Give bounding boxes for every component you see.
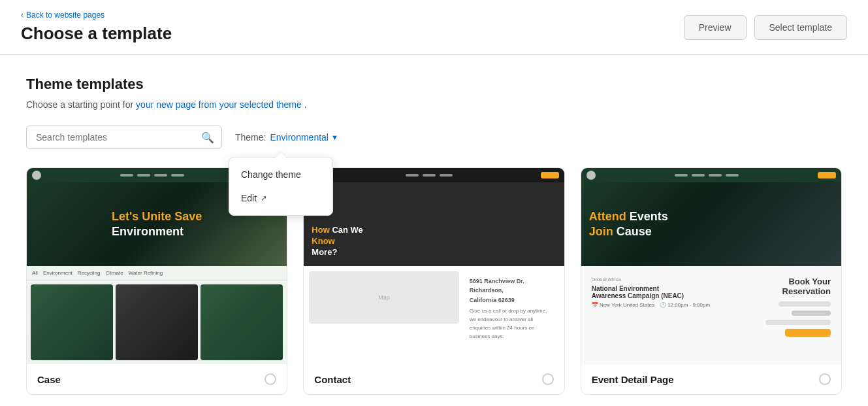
res-line-2 bbox=[792, 311, 831, 316]
case-footer: Case bbox=[27, 364, 287, 394]
event-radio[interactable] bbox=[819, 373, 831, 385]
case-hero-text: Let's Unite Save Environment bbox=[99, 196, 215, 253]
event-top-preview: Attend Events Join Cause bbox=[581, 168, 841, 266]
event-nav-logo bbox=[587, 171, 596, 180]
nav-link-3 bbox=[154, 174, 167, 177]
search-icon: 🔍 bbox=[201, 131, 214, 144]
event-template-name: Event Detail Page bbox=[592, 374, 674, 385]
contact-top-preview: How Can We Know More? bbox=[304, 168, 564, 266]
contact-nav-links bbox=[406, 174, 453, 177]
res-btn bbox=[785, 329, 831, 337]
event-nav-link-3 bbox=[709, 174, 722, 177]
contact-radio[interactable] bbox=[542, 373, 554, 385]
event-preview-wrapper: Attend Events Join Cause Global Africa N… bbox=[581, 168, 841, 364]
template-card-contact[interactable]: How Can We Know More? Map 5891 Ra bbox=[303, 167, 564, 395]
contact-description: Give us a call or drop by anytime, we en… bbox=[470, 307, 554, 341]
map-placeholder: Map bbox=[309, 271, 458, 324]
header-left: ‹ Back to website pages Choose a templat… bbox=[21, 10, 172, 44]
contact-nav-link-1 bbox=[406, 174, 419, 177]
contact-nav-link-3 bbox=[440, 174, 453, 177]
contact-navbar bbox=[304, 168, 564, 182]
header-right: Preview Select template bbox=[684, 15, 847, 40]
nav-link-1 bbox=[120, 174, 133, 177]
event-time: 🕐 12:00pm - 9:00pm bbox=[660, 302, 710, 308]
nav-logo bbox=[32, 171, 41, 180]
theme-label: Theme: bbox=[235, 132, 266, 143]
back-link[interactable]: ‹ Back to website pages bbox=[21, 10, 172, 20]
contact-nav-link-2 bbox=[423, 174, 436, 177]
search-theme-row: 🔍 Theme: Environmental ▼ Change theme Ed… bbox=[26, 126, 842, 149]
preview-button[interactable]: Preview bbox=[684, 15, 747, 40]
nav-link-2 bbox=[137, 174, 150, 177]
event-nav-links bbox=[675, 174, 739, 177]
res-line-3 bbox=[765, 320, 831, 325]
contact-footer: Contact bbox=[304, 364, 564, 394]
event-meta: 📅 New York United States 🕐 12:00pm - 9:0… bbox=[592, 302, 752, 308]
main-content: Theme templates Choose a starting point … bbox=[0, 55, 868, 406]
theme-value: Environmental ▼ bbox=[270, 132, 338, 143]
contact-template-name: Contact bbox=[314, 374, 351, 385]
contact-preview-wrapper: How Can We Know More? Map 5891 Ra bbox=[304, 168, 564, 364]
nav-link-4 bbox=[171, 174, 184, 177]
external-link-icon: ➚ bbox=[261, 194, 267, 203]
event-nav-link-1 bbox=[675, 174, 688, 177]
event-footer: Event Detail Page bbox=[581, 364, 841, 394]
change-theme-item[interactable]: Change theme bbox=[229, 163, 332, 186]
reservation-title: Book Your Reservation bbox=[752, 277, 831, 296]
search-wrapper: 🔍 bbox=[26, 126, 222, 149]
edit-item[interactable]: Edit ➚ bbox=[229, 186, 332, 210]
contact-nav-btn bbox=[541, 172, 559, 178]
event-hero-text: Attend Events Join Cause bbox=[589, 209, 668, 240]
chevron-down-icon: ▼ bbox=[331, 133, 338, 141]
event-subtitle: Global Africa bbox=[592, 277, 752, 282]
case-image-3 bbox=[201, 284, 283, 360]
case-tabs: All Environment Recycling Climate Water … bbox=[27, 266, 287, 280]
section-title: Theme templates bbox=[26, 76, 842, 93]
nav-links bbox=[120, 174, 184, 177]
event-hero: Attend Events Join Cause bbox=[581, 182, 841, 266]
event-nav-link-2 bbox=[692, 174, 705, 177]
res-line-1 bbox=[779, 301, 831, 307]
page-title: Choose a template bbox=[21, 24, 172, 44]
case-images bbox=[27, 280, 287, 364]
case-image-2 bbox=[116, 284, 198, 360]
reservation-lines bbox=[752, 301, 831, 337]
tab-recycling[interactable]: Recycling bbox=[78, 270, 101, 276]
case-image-1 bbox=[31, 284, 113, 360]
case-bottom-preview: All Environment Recycling Climate Water … bbox=[27, 266, 287, 364]
template-card-event[interactable]: Attend Events Join Cause Global Africa N… bbox=[581, 167, 842, 395]
theme-dropdown-menu: Change theme Edit ➚ bbox=[229, 157, 333, 216]
section-subtitle: Choose a starting point for your new pag… bbox=[26, 99, 842, 110]
contact-hero-text: How Can We Know More? bbox=[312, 225, 363, 258]
search-input[interactable] bbox=[26, 126, 222, 149]
event-nav-link-4 bbox=[726, 174, 739, 177]
page-header: ‹ Back to website pages Choose a templat… bbox=[0, 0, 868, 55]
chevron-left-icon: ‹ bbox=[21, 10, 24, 20]
select-template-button[interactable]: Select template bbox=[754, 15, 848, 40]
event-nav-btn bbox=[818, 172, 836, 178]
tab-environment[interactable]: Environment bbox=[43, 270, 72, 276]
template-grid: Let's Unite Save Environment All Environ… bbox=[26, 167, 842, 395]
contact-address: 5891 Ranchview Dr. Richardson,California… bbox=[470, 277, 554, 305]
contact-info: 5891 Ranchview Dr. Richardson,California… bbox=[464, 271, 559, 359]
event-navbar bbox=[581, 168, 841, 182]
event-left-info: Global Africa National EnvironmentAwaren… bbox=[592, 277, 752, 308]
case-template-name: Case bbox=[37, 374, 61, 385]
event-bottom-preview: Global Africa National EnvironmentAwaren… bbox=[581, 266, 841, 364]
event-detail-layout: Global Africa National EnvironmentAwaren… bbox=[592, 277, 831, 354]
event-reservation-panel: Book Your Reservation bbox=[752, 277, 831, 337]
event-org-name: National EnvironmentAwareness Campaign (… bbox=[592, 285, 752, 299]
tab-water[interactable]: Water Refining bbox=[129, 270, 163, 276]
case-radio[interactable] bbox=[265, 373, 276, 385]
tab-climate[interactable]: Climate bbox=[106, 270, 123, 276]
tab-all[interactable]: All bbox=[32, 270, 38, 276]
theme-selector[interactable]: Theme: Environmental ▼ bbox=[235, 132, 338, 143]
event-date: 📅 New York United States bbox=[592, 302, 654, 308]
contact-hero: How Can We Know More? bbox=[304, 182, 564, 266]
contact-bottom-preview: Map 5891 Ranchview Dr. Richardson,Califo… bbox=[304, 266, 564, 364]
